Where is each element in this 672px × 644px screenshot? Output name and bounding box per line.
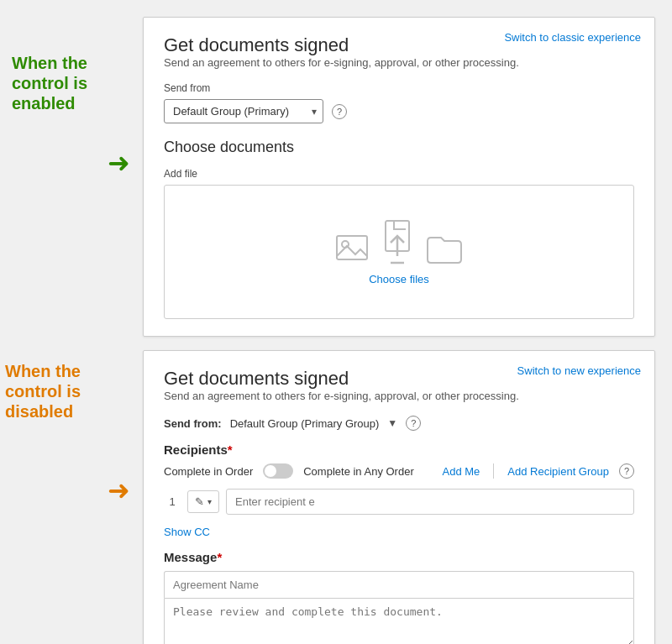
send-from-row: Default Group (Primary) ? [164, 99, 634, 123]
message-heading: Message* [164, 550, 634, 564]
recipient-number: 1 [164, 495, 181, 508]
switch-to-classic-link[interactable]: Switch to classic experience [504, 31, 641, 44]
panel-disabled: Get documents signed Switch to new exper… [143, 350, 655, 644]
complete-any-order-label: Complete in Any Order [303, 465, 414, 478]
show-cc-link[interactable]: Show CC [164, 526, 210, 538]
pen-icon: ✎ [195, 495, 204, 508]
upload-icons-group [335, 219, 463, 264]
panel2-send-from-label: Send from: [164, 417, 222, 430]
recipients-heading: Recipients* [164, 442, 634, 457]
panel-enabled: Get documents signed Switch to classic e… [143, 17, 655, 337]
recipients-help-icon[interactable]: ? [619, 463, 634, 479]
panel2-send-from-value: Default Group (Primary Group) [230, 417, 380, 430]
file-upload-area[interactable]: Choose files [164, 185, 634, 319]
panel2-send-from-row: Send from: Default Group (Primary Group)… [164, 416, 634, 431]
image-icon [335, 231, 375, 264]
panel1-subtitle: Send an agreement to others for e-signin… [164, 56, 634, 69]
panel2-subtitle: Send an agreement to others for e-signin… [164, 390, 634, 402]
message-body-input[interactable] [164, 598, 634, 644]
svg-rect-0 [337, 236, 367, 259]
complete-order-toggle[interactable] [263, 463, 293, 479]
annotation-enabled: When the control is enabled [5, 46, 106, 120]
message-required-star: * [217, 550, 222, 564]
add-file-label: Add file [164, 168, 634, 180]
send-from-dropdown[interactable]: Default Group (Primary) [164, 99, 323, 123]
recipients-divider [493, 463, 494, 479]
folder-icon [426, 233, 463, 264]
required-star: * [228, 442, 233, 457]
recipient-input[interactable] [226, 489, 634, 515]
annotation-disabled: When thecontrol isdisabled [5, 361, 110, 421]
send-from-help-icon[interactable]: ? [332, 104, 347, 119]
arrow-enabled: ➜ [108, 147, 130, 179]
send-from-label: Send from [164, 82, 634, 94]
recipient-row: 1 ✎ ▾ [164, 489, 634, 515]
panel2-help-icon[interactable]: ? [406, 416, 421, 431]
add-me-link[interactable]: Add Me [443, 465, 480, 478]
agreement-name-input[interactable] [164, 571, 634, 598]
panel1-title: Get documents signed [164, 34, 349, 55]
send-from-dropdown-wrapper: Default Group (Primary) [164, 99, 323, 123]
panel2-title: Get documents signed [164, 368, 349, 389]
recipient-icon-btn[interactable]: ✎ ▾ [187, 490, 219, 513]
complete-in-order-label: Complete in Order [164, 465, 253, 478]
arrow-disabled: ➜ [108, 474, 130, 506]
upload-arrow-icon [382, 219, 419, 264]
switch-to-new-link[interactable]: Switch to new experience [517, 364, 641, 377]
add-recipient-group-link[interactable]: Add Recipient Group [507, 465, 609, 478]
choose-documents-heading: Choose documents [164, 139, 634, 156]
choose-files-link[interactable]: Choose files [369, 273, 429, 285]
panel2-send-from-arrow[interactable]: ▼ [387, 417, 397, 429]
recipients-controls-row: Complete in Order Complete in Any Order … [164, 463, 634, 479]
recipient-icon-chevron: ▾ [207, 497, 212, 506]
